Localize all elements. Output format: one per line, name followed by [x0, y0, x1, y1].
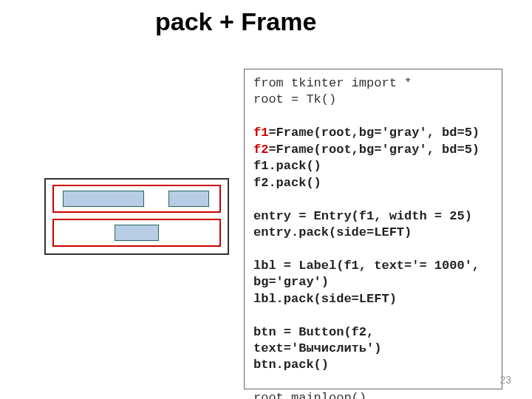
code-line: entry.pack(side=LEFT)	[253, 225, 412, 239]
code-line: from tkinter import *	[253, 76, 412, 90]
code-line: entry = Entry(f1, width = 25)	[253, 209, 472, 223]
code-line: btn.pack()	[253, 358, 329, 372]
label-widget-box	[168, 191, 209, 207]
code-line: btn = Button(f2, text='Вычислить')	[253, 325, 381, 355]
code-line: root = Tk()	[253, 92, 336, 106]
code-line: =Frame(root,bg='gray', bd=5)	[268, 143, 480, 157]
code-var-f1: f1	[253, 126, 268, 140]
code-listing: from tkinter import * root = Tk() f1=Fra…	[244, 69, 502, 389]
tk-window-diagram	[44, 178, 229, 255]
code-line: f1.pack()	[253, 159, 321, 173]
code-line: =Frame(root,bg='gray', bd=5)	[268, 126, 480, 140]
code-line: root.mainloop()	[253, 391, 366, 399]
code-line: f2.pack()	[253, 176, 321, 190]
entry-widget-box	[63, 191, 144, 207]
slide-title: pack + Frame	[155, 7, 316, 36]
code-var-f2: f2	[253, 143, 268, 157]
button-widget-box	[115, 225, 159, 241]
code-line: lbl.pack(side=LEFT)	[253, 292, 397, 306]
page-number: 23	[499, 374, 511, 386]
frame-f1	[52, 185, 221, 213]
code-line: lbl = Label(f1, text='= 1000', bg='gray'…	[253, 259, 487, 289]
frame-f2	[52, 219, 221, 247]
